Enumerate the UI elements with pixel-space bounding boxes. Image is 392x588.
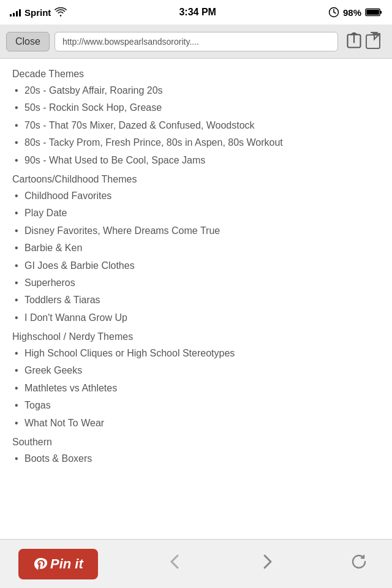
list-item: Disney Favorites, Where Dreams Come True bbox=[12, 222, 380, 239]
close-button[interactable]: Close bbox=[6, 32, 50, 51]
browser-bar: Close http://www.bowspearlsandsorority..… bbox=[0, 24, 392, 59]
list-item: Boots & Boxers bbox=[12, 450, 380, 467]
bullet-list-southern: Boots & Boxers bbox=[12, 450, 380, 467]
clock-icon bbox=[328, 7, 339, 18]
signal-bars bbox=[10, 8, 21, 17]
refresh-icon bbox=[349, 552, 369, 571]
carrier-label: Sprint bbox=[24, 7, 51, 18]
status-right: 98% bbox=[328, 7, 382, 18]
bullet-list-cartoons-childhood: Childhood FavoritesPlay DateDisney Favor… bbox=[12, 187, 380, 326]
forward-button[interactable] bbox=[252, 547, 282, 581]
wifi-icon bbox=[55, 7, 67, 17]
battery-label: 98% bbox=[343, 7, 361, 18]
section-header-decade-themes: Decade Themes bbox=[12, 69, 380, 80]
list-item: Greek Geeks bbox=[12, 362, 380, 379]
back-arrow-icon bbox=[165, 552, 185, 571]
list-item: 20s - Gatsby Affair, Roaring 20s bbox=[12, 82, 380, 99]
list-item: Mathletes vs Athletes bbox=[12, 380, 380, 397]
list-item: 90s - What Used to Be Cool, Space Jams bbox=[12, 152, 380, 169]
share-icon bbox=[345, 32, 363, 50]
refresh-button[interactable] bbox=[344, 547, 374, 581]
svg-rect-2 bbox=[366, 10, 379, 15]
section-header-cartoons-childhood: Cartoons/Childhood Themes bbox=[12, 174, 380, 185]
url-bar[interactable]: http://www.bowspearlsandsorority.... bbox=[55, 32, 338, 51]
forward-arrow-icon bbox=[257, 552, 277, 571]
list-item: 70s - That 70s Mixer, Dazed & Confused, … bbox=[12, 117, 380, 134]
section-header-southern: Southern bbox=[12, 437, 380, 448]
list-item: Toddlers & Tiaras bbox=[12, 292, 380, 309]
status-bar: Sprint 3:34 PM 98% bbox=[0, 0, 392, 24]
bottom-bar: Pin it bbox=[0, 539, 392, 588]
list-item: 80s - Tacky Prom, Fresh Prince, 80s in A… bbox=[12, 134, 380, 151]
pin-it-button[interactable]: Pin it bbox=[18, 549, 98, 579]
back-button[interactable] bbox=[160, 547, 190, 581]
svg-rect-3 bbox=[380, 11, 382, 14]
content-area: Decade Themes20s - Gatsby Affair, Roarin… bbox=[0, 59, 392, 539]
pin-it-label: Pin it bbox=[50, 556, 83, 572]
pinterest-icon bbox=[33, 557, 48, 571]
list-item: I Don't Wanna Grow Up bbox=[12, 309, 380, 326]
svg-rect-7 bbox=[366, 35, 380, 48]
share-button[interactable] bbox=[343, 29, 386, 54]
bullet-list-decade-themes: 20s - Gatsby Affair, Roaring 20s50s - Ro… bbox=[12, 82, 380, 169]
list-item: Play Date bbox=[12, 205, 380, 222]
bullet-list-highschool-nerdy: High School Cliques or High School Stere… bbox=[12, 345, 380, 432]
status-time: 3:34 PM bbox=[179, 7, 216, 18]
battery-icon bbox=[365, 7, 382, 17]
status-left: Sprint bbox=[10, 7, 67, 18]
list-item: GI Joes & Barbie Clothes bbox=[12, 257, 380, 274]
section-header-highschool-nerdy: Highschool / Nerdy Themes bbox=[12, 331, 380, 342]
list-item: High School Cliques or High School Stere… bbox=[12, 345, 380, 362]
list-item: 50s - Rockin Sock Hop, Grease bbox=[12, 99, 380, 116]
list-item: Togas bbox=[12, 397, 380, 414]
list-item: Barbie & Ken bbox=[12, 239, 380, 257]
list-item: Superheros bbox=[12, 274, 380, 292]
share-box-icon bbox=[365, 31, 383, 50]
list-item: Childhood Favorites bbox=[12, 187, 380, 205]
list-item: What Not To Wear bbox=[12, 415, 380, 432]
